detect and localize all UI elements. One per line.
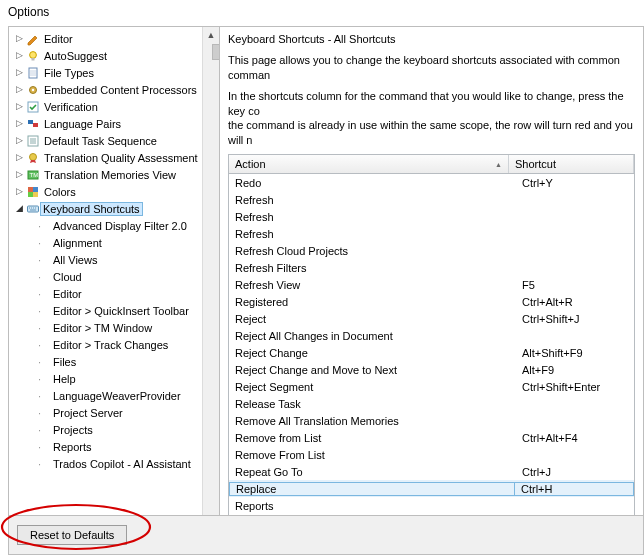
cell-shortcut[interactable]: Ctrl+Shift+J [515, 313, 634, 325]
table-row[interactable]: Reject ChangeAlt+Shift+F9 [229, 344, 634, 361]
tree-subitem-label: Reports [52, 441, 93, 453]
shortcuts-grid[interactable]: Action ▲ Shortcut RedoCtrl+YRefreshRefre… [228, 154, 635, 554]
tree-item[interactable]: ▷Language Pairs [12, 115, 202, 132]
options-tree[interactable]: ▷Editor▷AutoSuggest▷File Types▷Embedded … [9, 27, 202, 475]
cell-shortcut[interactable]: Ctrl+Alt+F4 [515, 432, 634, 444]
tree-item[interactable]: ▷Colors [12, 183, 202, 200]
table-row[interactable]: Refresh Cloud Projects [229, 242, 634, 259]
cell-shortcut[interactable]: Ctrl+J [515, 466, 634, 478]
cell-shortcut[interactable]: Ctrl+Y [515, 177, 634, 189]
table-row[interactable]: Reports [229, 497, 634, 514]
cell-action[interactable]: Reject All Changes in Document [229, 330, 515, 342]
cell-shortcut[interactable]: Ctrl+Alt+R [515, 296, 634, 308]
cell-action[interactable]: Redo [229, 177, 515, 189]
table-row[interactable]: Refresh Filters [229, 259, 634, 276]
tree-item-keyboard-shortcuts[interactable]: ◢Keyboard Shortcuts [12, 200, 202, 217]
tree-subitem[interactable]: ·Alignment [12, 234, 202, 251]
table-row[interactable]: Release Task [229, 395, 634, 412]
table-row[interactable]: RedoCtrl+Y [229, 174, 634, 191]
expand-icon[interactable]: ▷ [14, 85, 25, 94]
table-row[interactable]: Reject SegmentCtrl+Shift+Enter [229, 378, 634, 395]
cell-action[interactable]: Release Task [229, 398, 515, 410]
tree-subitem[interactable]: ·Editor > Track Changes [12, 336, 202, 353]
tree-subitem[interactable]: ·All Views [12, 251, 202, 268]
tree-subitem[interactable]: ·Cloud [12, 268, 202, 285]
table-row[interactable]: Repeat Go ToCtrl+J [229, 463, 634, 480]
tree-item[interactable]: ▷AutoSuggest [12, 47, 202, 64]
col-header-shortcut[interactable]: Shortcut [509, 155, 634, 173]
cell-action[interactable]: Reject Change and Move to Next [229, 364, 515, 376]
expand-icon[interactable]: ▷ [14, 153, 25, 162]
tree-subitem-label: Alignment [52, 237, 103, 249]
table-row[interactable]: ReplaceCtrl+H [229, 480, 634, 497]
cell-action[interactable]: Replace [229, 482, 514, 496]
expand-icon[interactable]: ▷ [14, 136, 25, 145]
cell-action[interactable]: Refresh Cloud Projects [229, 245, 515, 257]
tree-subitem[interactable]: ·Help [12, 370, 202, 387]
col-header-action[interactable]: Action ▲ [229, 155, 509, 173]
table-row[interactable]: RegisteredCtrl+Alt+R [229, 293, 634, 310]
grid-body[interactable]: RedoCtrl+YRefreshRefreshRefreshRefresh C… [229, 174, 634, 554]
expand-icon[interactable]: ▷ [14, 170, 25, 179]
cell-shortcut[interactable]: Ctrl+Shift+Enter [515, 381, 634, 393]
scroll-up-icon[interactable]: ▲ [207, 27, 216, 43]
tree-subitem[interactable]: ·Project Server [12, 404, 202, 421]
tree-subitem[interactable]: ·LanguageWeaverProvider [12, 387, 202, 404]
tree-scrollbar[interactable]: ▲ ▼ [202, 27, 219, 554]
tree-subitem[interactable]: ·Advanced Display Filter 2.0 [12, 217, 202, 234]
expand-icon[interactable]: ▷ [14, 119, 25, 128]
tree-item[interactable]: ▷Editor [12, 30, 202, 47]
table-row[interactable]: Refresh [229, 208, 634, 225]
expand-icon[interactable]: ▷ [14, 51, 25, 60]
table-row[interactable]: Reject All Changes in Document [229, 327, 634, 344]
expand-icon[interactable]: ▷ [14, 68, 25, 77]
tree-item-label: File Types [43, 67, 95, 79]
cell-action[interactable]: Reject [229, 313, 515, 325]
expand-icon[interactable]: ▷ [14, 34, 25, 43]
expand-icon[interactable]: ▷ [14, 102, 25, 111]
table-row[interactable]: Refresh [229, 225, 634, 242]
table-row[interactable]: Remove from ListCtrl+Alt+F4 [229, 429, 634, 446]
tree-subitem[interactable]: ·Files [12, 353, 202, 370]
cell-action[interactable]: Remove from List [229, 432, 515, 444]
tree-item[interactable]: ▷Verification [12, 98, 202, 115]
cell-action[interactable]: Reject Change [229, 347, 515, 359]
table-row[interactable]: Remove All Translation Memories [229, 412, 634, 429]
cell-shortcut[interactable]: Alt+Shift+F9 [515, 347, 634, 359]
expand-icon[interactable]: ▷ [14, 187, 25, 196]
cell-action[interactable]: Refresh Filters [229, 262, 515, 274]
cell-action[interactable]: Reject Segment [229, 381, 515, 393]
tree-subitem[interactable]: ·Reports [12, 438, 202, 455]
tree-item[interactable]: ▷Default Task Sequence [12, 132, 202, 149]
cell-action[interactable]: Refresh [229, 228, 515, 240]
cell-action[interactable]: Refresh View [229, 279, 515, 291]
table-row[interactable]: Reject Change and Move to NextAlt+F9 [229, 361, 634, 378]
table-row[interactable]: Refresh [229, 191, 634, 208]
reset-to-defaults-button[interactable]: Reset to Defaults [17, 525, 127, 545]
tree-subitem[interactable]: ·Editor [12, 285, 202, 302]
cell-action[interactable]: Remove From List [229, 449, 515, 461]
cell-shortcut[interactable]: Alt+F9 [515, 364, 634, 376]
tree-item[interactable]: ▷Translation Quality Assessment [12, 149, 202, 166]
collapse-icon[interactable]: ◢ [14, 204, 25, 213]
cell-action[interactable]: Repeat Go To [229, 466, 515, 478]
table-row[interactable]: Remove From List [229, 446, 634, 463]
cell-action[interactable]: Registered [229, 296, 515, 308]
tree-item[interactable]: ▷Embedded Content Processors [12, 81, 202, 98]
table-row[interactable]: Refresh ViewF5 [229, 276, 634, 293]
table-row[interactable]: RejectCtrl+Shift+J [229, 310, 634, 327]
tree-subitem[interactable]: ·Editor > QuickInsert Toolbar [12, 302, 202, 319]
tree-subitem[interactable]: ·Editor > TM Window [12, 319, 202, 336]
grid-header[interactable]: Action ▲ Shortcut [229, 155, 634, 174]
cell-action[interactable]: Remove All Translation Memories [229, 415, 515, 427]
scroll-thumb[interactable] [212, 44, 219, 60]
tree-subitem[interactable]: ·Projects [12, 421, 202, 438]
tree-item[interactable]: ▷File Types [12, 64, 202, 81]
cell-action[interactable]: Refresh [229, 211, 515, 223]
tree-item[interactable]: ▷TMTranslation Memories View [12, 166, 202, 183]
cell-shortcut[interactable]: Ctrl+H [514, 482, 634, 496]
tree-subitem[interactable]: ·Trados Copilot - AI Assistant [12, 455, 202, 472]
cell-action[interactable]: Refresh [229, 194, 515, 206]
cell-action[interactable]: Reports [229, 500, 515, 512]
cell-shortcut[interactable]: F5 [515, 279, 634, 291]
